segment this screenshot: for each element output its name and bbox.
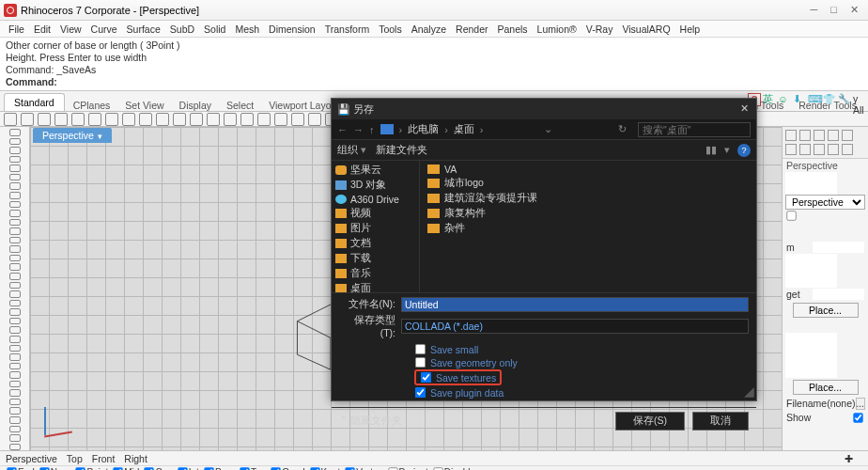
tree-item[interactable]: 桌面 xyxy=(333,281,417,292)
toolbar-icon[interactable] xyxy=(4,113,17,126)
ime-mic-icon[interactable]: ⬇ xyxy=(793,93,806,106)
tree-item[interactable]: 图片 xyxy=(333,221,417,236)
tool-icon[interactable] xyxy=(9,407,21,415)
tool-icon[interactable] xyxy=(9,156,21,164)
help-icon[interactable]: ? xyxy=(737,144,751,157)
cancel-button[interactable]: 取消 xyxy=(692,412,749,431)
panel-icon[interactable] xyxy=(828,130,839,141)
toolbar-icon[interactable] xyxy=(71,113,85,126)
panel-icon[interactable] xyxy=(814,144,825,155)
browse-button[interactable]: ... xyxy=(856,398,865,410)
tool-icon[interactable] xyxy=(9,255,21,262)
view-icon[interactable]: ▮▮ xyxy=(705,144,717,157)
tool-icon[interactable] xyxy=(9,345,21,352)
menu-help[interactable]: Help xyxy=(675,24,705,35)
tab-select[interactable]: Select xyxy=(219,97,261,114)
tool-icon[interactable] xyxy=(9,245,21,253)
tool-icon[interactable] xyxy=(9,300,21,307)
tool-icon[interactable] xyxy=(9,174,21,181)
tool-icon[interactable] xyxy=(9,318,21,325)
tool-icon[interactable] xyxy=(9,399,21,406)
panel-val[interactable]: 1455 xyxy=(785,172,837,183)
menu-panels[interactable]: Panels xyxy=(493,24,533,35)
tool-icon[interactable] xyxy=(9,416,21,424)
refresh-icon[interactable]: ↻ xyxy=(612,123,632,135)
tool-icon[interactable] xyxy=(9,363,21,370)
menu-visualarq[interactable]: VisualARQ xyxy=(617,24,674,35)
ribbon-extra[interactable]: y All xyxy=(853,93,866,106)
file-item[interactable]: VA xyxy=(426,163,751,176)
breadcrumb-pc[interactable]: 此电脑 xyxy=(408,122,439,136)
tool-icon[interactable] xyxy=(9,237,21,244)
save-opt-checkbox[interactable] xyxy=(415,344,426,354)
panel-val[interactable]: 710 xyxy=(785,183,837,195)
ime-emoji-icon[interactable]: ☺ xyxy=(778,93,791,106)
tab-display[interactable]: Display xyxy=(172,97,219,114)
minimize-icon[interactable]: ─ xyxy=(811,4,818,16)
show-checkbox[interactable] xyxy=(853,413,862,422)
menu-v-ray[interactable]: V-Ray xyxy=(581,24,618,35)
tool-icon[interactable] xyxy=(9,444,21,451)
panel-icon[interactable] xyxy=(799,144,811,155)
hide-folders-toggle[interactable]: 隐藏文件夹 xyxy=(339,415,402,428)
tree-item[interactable]: 音乐 xyxy=(333,266,417,281)
save-opt-checkbox[interactable] xyxy=(415,387,426,398)
viewport-tab-front[interactable]: Front xyxy=(92,453,116,464)
panel-icon[interactable] xyxy=(814,130,825,141)
panel-val[interactable]: -9.444 xyxy=(785,333,837,344)
panel-val[interactable]: 50.0 xyxy=(813,242,864,253)
toolbar-icon[interactable] xyxy=(207,113,220,126)
menu-render[interactable]: Render xyxy=(451,24,492,35)
tool-icon[interactable] xyxy=(9,164,21,172)
menu-surface[interactable]: Surface xyxy=(122,24,165,35)
dialog-close-icon[interactable]: ✕ xyxy=(737,102,751,116)
filename-input[interactable] xyxy=(401,297,749,312)
menu-edit[interactable]: Edit xyxy=(29,24,55,35)
toolbar-icon[interactable] xyxy=(240,113,254,126)
viewport-tab-top[interactable]: Top xyxy=(67,453,83,464)
menu-analyze[interactable]: Analyze xyxy=(407,24,451,35)
file-item[interactable]: 城市logo xyxy=(426,176,751,191)
toolbar-icon[interactable] xyxy=(38,113,51,126)
panel-val[interactable]: 22.611 xyxy=(785,344,837,355)
tool-icon[interactable] xyxy=(9,263,21,271)
panel-icon[interactable] xyxy=(799,130,811,141)
close-icon[interactable]: ✕ xyxy=(850,4,859,16)
ime-kbd-icon[interactable]: ⌨ xyxy=(808,93,821,106)
breadcrumb-drop-icon[interactable]: ⌄ xyxy=(544,123,552,135)
menu-file[interactable]: File xyxy=(4,24,29,35)
tool-icon[interactable] xyxy=(9,282,21,290)
tool-icon[interactable] xyxy=(9,434,21,442)
file-item[interactable]: 康复构件 xyxy=(426,206,751,221)
nav-up-icon[interactable]: ↑ xyxy=(369,124,375,135)
tool-icon[interactable] xyxy=(9,381,21,388)
toolbar-icon[interactable] xyxy=(139,113,152,126)
tool-icon[interactable] xyxy=(9,182,21,190)
tool-icon[interactable] xyxy=(9,290,21,298)
tree-item[interactable]: 3D 对象 xyxy=(333,178,417,193)
ime-icon[interactable]: 👕 xyxy=(823,93,836,106)
breadcrumb-desktop[interactable]: 桌面 xyxy=(454,122,474,136)
save-opt-checkbox[interactable] xyxy=(415,357,426,368)
panel-icon[interactable] xyxy=(785,144,797,155)
menu-curve[interactable]: Curve xyxy=(86,24,122,35)
maximize-icon[interactable]: □ xyxy=(830,4,837,16)
panel-icon[interactable] xyxy=(785,130,797,141)
menu-dimension[interactable]: Dimension xyxy=(264,24,320,35)
tool-icon[interactable] xyxy=(9,273,21,280)
ime-icon[interactable]: 🔧 xyxy=(838,93,851,106)
search-input[interactable] xyxy=(638,122,751,137)
panel-icon[interactable] xyxy=(842,130,853,141)
menu-mesh[interactable]: Mesh xyxy=(230,24,264,35)
place-button[interactable]: Place... xyxy=(793,380,859,395)
tool-icon[interactable] xyxy=(9,308,21,316)
nav-fwd-icon[interactable]: → xyxy=(353,124,364,135)
menu-lumion®[interactable]: Lumion® xyxy=(533,24,581,35)
panel-val[interactable]: 0.0 xyxy=(785,367,837,378)
resize-grip[interactable]: ◢ xyxy=(744,384,754,399)
panel-val[interactable]: 162.406 xyxy=(785,254,837,265)
menu-view[interactable]: View xyxy=(55,24,86,35)
projection-select[interactable]: Perspective xyxy=(785,195,865,210)
tree-item[interactable]: 视频 xyxy=(333,206,417,221)
menu-transform[interactable]: Transform xyxy=(320,24,374,35)
